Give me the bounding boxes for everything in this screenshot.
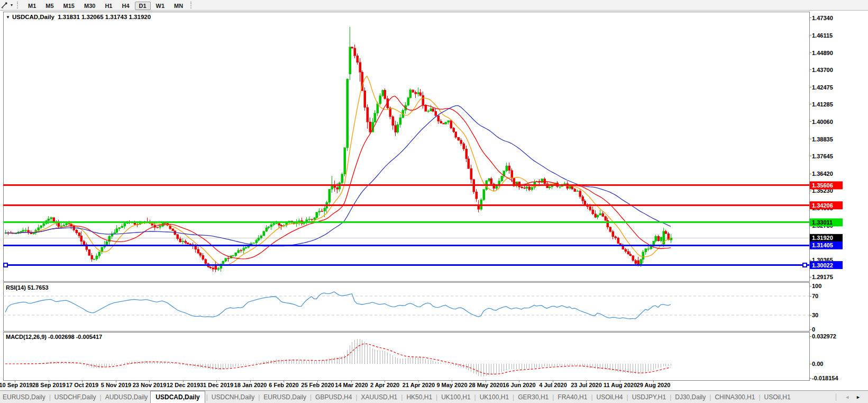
tab-separator: | <box>709 391 711 403</box>
tab-separator: | <box>49 391 51 403</box>
tab-separator: | <box>552 391 554 403</box>
chart-tab-usdcnh-daily[interactable]: USDCNH,Daily <box>209 391 257 403</box>
svg-text:18 Jan 2020: 18 Jan 2020 <box>234 382 267 388</box>
svg-text:1.35606: 1.35606 <box>812 182 833 189</box>
svg-text:1.31920: 1.31920 <box>812 235 833 241</box>
tab-separator: | <box>206 391 208 403</box>
chart-tab-dj30-daily[interactable]: DJ30,Daily <box>672 391 708 403</box>
chart-tab-usdchf-daily[interactable]: USDCHF,Daily <box>52 391 99 403</box>
svg-text:16 Jun 2020: 16 Jun 2020 <box>502 382 535 388</box>
rsi-indicator-label: RSI(14) 51.7653 <box>6 284 49 291</box>
chart-tab-hk50-h1[interactable]: HK50,H1 <box>404 391 435 403</box>
chart-tab-xauusd-h1[interactable]: XAUUSD,H1 <box>359 391 400 403</box>
chart-title: ▼USDCAD,Daily 1.31831 1.32065 1.31743 1.… <box>6 14 151 20</box>
svg-text:1.41285: 1.41285 <box>812 101 833 108</box>
chart-canvas: 1.473401.461151.448901.437001.424751.412… <box>0 0 868 390</box>
chart-tab-usoil-h4[interactable]: USOil,H4 <box>594 391 626 403</box>
svg-text:28 May 2020: 28 May 2020 <box>469 382 502 388</box>
chart-pane-frame <box>3 332 809 380</box>
svg-text:0.00: 0.00 <box>812 361 823 367</box>
price-axis: 1.473401.461151.448901.437001.424751.412… <box>809 15 843 281</box>
chart-tabs: EURUSD,Daily|USDCHF,Daily|AUDUSD,DailyUS… <box>0 391 793 403</box>
svg-text:1.40060: 1.40060 <box>812 119 833 125</box>
tab-separator: | <box>513 391 514 403</box>
svg-text:11 Aug 2020: 11 Aug 2020 <box>604 382 637 388</box>
svg-text:2 Apr 2020: 2 Apr 2020 <box>370 382 399 388</box>
chart-tab-fra40-h1[interactable]: FRA40,H1 <box>555 391 590 403</box>
svg-text:1.33011: 1.33011 <box>812 219 833 226</box>
tab-separator: | <box>627 391 628 403</box>
chart-tab-usdjpy-h1[interactable]: USDJPY,H1 <box>629 391 669 403</box>
tab-separator: | <box>591 391 592 403</box>
svg-text:14 Mar 2020: 14 Mar 2020 <box>335 382 368 388</box>
tab-separator: | <box>100 391 102 403</box>
line-handle[interactable] <box>4 263 7 267</box>
tab-scroll-right-icon[interactable]: ► <box>856 395 861 400</box>
svg-text:12 Dec 2019: 12 Dec 2019 <box>167 382 200 388</box>
tab-scroll-left-icon[interactable]: ◄ <box>845 395 849 400</box>
svg-text:0: 0 <box>812 326 815 333</box>
svg-text:23 Nov 2019: 23 Nov 2019 <box>133 382 167 388</box>
svg-text:1.46115: 1.46115 <box>812 32 833 39</box>
svg-text:1.37645: 1.37645 <box>812 153 833 159</box>
tab-separator: | <box>436 391 437 403</box>
svg-text:-0.018154: -0.018154 <box>812 375 838 381</box>
svg-text:4 Jul 2020: 4 Jul 2020 <box>539 382 567 388</box>
svg-text:1.42475: 1.42475 <box>812 84 833 91</box>
symbol-collapse-icon[interactable]: ▼ <box>6 15 10 20</box>
svg-text:5 Nov 2019: 5 Nov 2019 <box>101 382 131 388</box>
svg-text:25 Feb 2020: 25 Feb 2020 <box>301 382 334 388</box>
svg-text:29 Aug 2020: 29 Aug 2020 <box>637 382 671 388</box>
chart-tab-uk100-h1[interactable]: UK100,H1 <box>477 391 511 403</box>
svg-text:1.47340: 1.47340 <box>812 15 833 21</box>
chart-pane-frame <box>3 282 809 331</box>
time-axis: 10 Sep 201928 Sep 201917 Oct 20195 Nov 2… <box>0 380 670 388</box>
chart-tab-china300-h1[interactable]: CHINA300,H1 <box>712 391 757 403</box>
svg-text:9 May 2020: 9 May 2020 <box>436 382 467 388</box>
chart-tab-ger30-h1[interactable]: GER30,H1 <box>515 391 551 403</box>
chart-tab-eurusd-daily[interactable]: EURUSD,Daily <box>261 391 309 403</box>
symbol-title: USDCAD,Daily <box>12 14 54 20</box>
trading-terminal-window: ▾ M1M5M15M30H1H4D1W1MN 1.473401.461151.4… <box>0 0 868 403</box>
svg-text:23 Jul 2020: 23 Jul 2020 <box>571 382 602 388</box>
tab-separator: | <box>401 391 403 403</box>
tab-separator: | <box>355 391 357 403</box>
chart-tab-gbpusd-h4[interactable]: GBPUSD,H4 <box>313 391 354 403</box>
tab-separator: | <box>310 391 312 403</box>
svg-text:1.36420: 1.36420 <box>812 171 833 177</box>
chart-tab-uk100-h1[interactable]: UK100,H1 <box>438 391 473 403</box>
svg-text:1.30022: 1.30022 <box>812 262 833 268</box>
chart-tab-usoil-h1[interactable]: USOil,H1 <box>762 391 793 403</box>
svg-text:28 Sep 2019: 28 Sep 2019 <box>32 382 66 388</box>
svg-text:31 Dec 2019: 31 Dec 2019 <box>200 382 233 388</box>
svg-text:21 Apr 2020: 21 Apr 2020 <box>403 382 435 388</box>
svg-text:70: 70 <box>812 293 818 299</box>
line-handle[interactable] <box>803 263 807 267</box>
chart-tab-eurusd-daily[interactable]: EURUSD,Daily <box>0 391 48 403</box>
svg-text:10 Sep 2019: 10 Sep 2019 <box>0 382 33 388</box>
tab-separator: | <box>474 391 476 403</box>
tab-separator: | <box>670 391 671 403</box>
svg-text:1.38835: 1.38835 <box>812 136 833 142</box>
chart-tab-audusd-daily[interactable]: AUDUSD,Daily <box>103 391 151 403</box>
macd-indicator-label: MACD(12,26,9) -0.002698 -0.005417 <box>6 334 102 340</box>
chart-tab-bar: EURUSD,Daily|USDCHF,Daily|AUDUSD,DailyUS… <box>0 390 868 403</box>
svg-text:1.43700: 1.43700 <box>812 67 833 73</box>
svg-text:1.44890: 1.44890 <box>812 50 833 56</box>
svg-text:1.34206: 1.34206 <box>812 202 833 209</box>
tab-separator: | <box>759 391 760 403</box>
svg-text:1.29175: 1.29175 <box>812 274 833 280</box>
ohlc-values: 1.31831 1.32065 1.31743 1.31920 <box>58 14 151 20</box>
svg-text:6 Feb 2020: 6 Feb 2020 <box>269 382 298 388</box>
tab-separator: | <box>258 391 260 403</box>
svg-text:1.31405: 1.31405 <box>812 242 833 248</box>
tab-scroll-buttons: ◄ ► <box>829 391 868 403</box>
svg-text:100: 100 <box>812 283 821 289</box>
svg-text:17 Oct 2019: 17 Oct 2019 <box>66 382 98 388</box>
svg-text:0.032972: 0.032972 <box>812 333 836 339</box>
tab-separator <box>836 393 836 401</box>
chart-tab-usdcad-daily[interactable]: USDCAD,Daily <box>150 391 205 403</box>
svg-text:30: 30 <box>812 312 818 318</box>
